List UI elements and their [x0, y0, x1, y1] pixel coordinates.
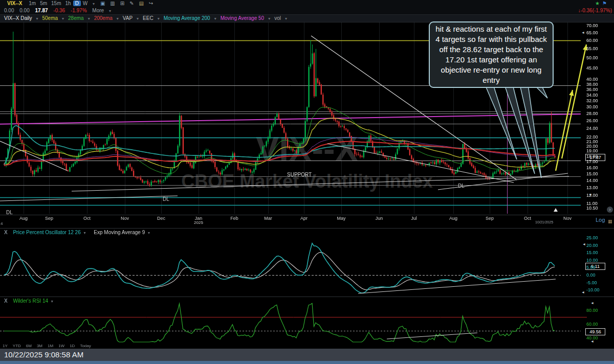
main-tick-16: 16.00	[586, 165, 598, 170]
ppo-close-button[interactable]: X	[4, 230, 12, 235]
month-label-12[interactable]: Aug	[442, 216, 465, 221]
dl-label-1: DL	[458, 183, 465, 189]
range-button-3m[interactable]: 3M	[34, 344, 45, 348]
ppo-tick-10: 10.00	[586, 258, 598, 263]
dl-label-0: DL	[163, 196, 169, 202]
rsi-title[interactable]: Wilder's RSI 14	[13, 298, 48, 304]
rsi-header: X Wilder's RSI 14 ▾	[4, 298, 55, 305]
main-tick-30: 30.00	[586, 104, 598, 109]
last-date-label: 10/21/2025	[535, 220, 553, 224]
rsi-tick-60: 60.00	[586, 322, 598, 327]
main-tick-26: 26.00	[586, 118, 598, 123]
bottom-accent-strip	[0, 361, 614, 364]
log-scale-toggle[interactable]: Log	[596, 217, 605, 223]
main-tick-17: 17.00	[586, 159, 598, 164]
year-label: 2025	[187, 220, 210, 225]
chevron-down-icon[interactable]: ▾	[146, 231, 151, 235]
main-tick-18: 18.00	[586, 154, 598, 159]
calendar-icon[interactable]: ▦	[608, 219, 612, 224]
ppo-tick--10: -10.00	[586, 287, 600, 292]
main-tick-40: 40.00	[586, 77, 598, 82]
status-datetime: 10/22/2025 9:08:58 AM	[0, 350, 83, 359]
main-tick-13: 13.00	[586, 185, 598, 190]
range-button-1w[interactable]: 1W	[56, 344, 67, 348]
status-bar: 10/22/2025 9:08:58 AM	[0, 349, 614, 361]
main-tick-20: 20.00	[586, 144, 598, 149]
main-tick-24: 24.00	[586, 126, 598, 131]
main-tick-32: 32.00	[586, 98, 598, 103]
ppo-tick-5: 5.00	[586, 265, 596, 270]
month-label-0[interactable]: Aug	[12, 216, 35, 221]
month-label-15[interactable]: Nov	[556, 216, 579, 221]
range-button-today[interactable]: Today	[77, 344, 93, 348]
ppo-tick-25: 25.00	[586, 235, 598, 240]
annotation-callout[interactable]: hit & reactions at each of my first 4 ta…	[429, 21, 554, 88]
ppo-header: X Price Percent Oscillator 12 26 ▾ Exp M…	[4, 230, 151, 236]
scroll-right-button[interactable]: ›	[607, 207, 613, 213]
main-tick-10.5: 10.50	[586, 206, 598, 211]
range-button-6m[interactable]: 6M	[24, 344, 34, 348]
rsi-close-button[interactable]: X	[4, 298, 12, 304]
month-label-1[interactable]: Sep	[38, 216, 60, 221]
month-label-7[interactable]: Mar	[257, 216, 279, 221]
month-label-10[interactable]: Jun	[368, 216, 390, 221]
month-label-13[interactable]: Sep	[478, 216, 501, 221]
main-tick-45: 45.00	[586, 65, 598, 71]
main-tick-34: 34.00	[586, 93, 598, 98]
rsi-tick-40: 40.00	[586, 335, 598, 340]
main-tick-65: 65.00	[586, 30, 598, 35]
rsi-tick-80: 80.00	[586, 308, 598, 313]
month-label-2[interactable]: Oct	[76, 216, 98, 221]
ppo-signal-title[interactable]: Exp Moving Average 9	[89, 230, 145, 235]
main-tick-12: 12.00	[586, 193, 598, 198]
main-tick-19: 19.00	[586, 148, 598, 153]
main-tick-14: 14.00	[586, 178, 598, 183]
main-tick-50: 50.00	[586, 55, 598, 60]
ppo-tick-20: 20.00	[586, 243, 598, 248]
main-tick-15: 15.00	[586, 171, 598, 176]
range-button-1m[interactable]: 1M	[45, 344, 56, 348]
month-label-11[interactable]: Jul	[403, 216, 425, 221]
zoom-range-bar: 1YYTD6M3M1M1W1DToday	[0, 344, 614, 349]
range-button-1y[interactable]: 1Y	[0, 344, 10, 348]
month-label-3[interactable]: Nov	[114, 216, 136, 221]
dl-label-2: DL	[6, 210, 13, 215]
range-button-ytd[interactable]: YTD	[10, 344, 24, 348]
ppo-tick--5: -5.00	[586, 280, 597, 285]
ppo-tick-15: 15.00	[586, 250, 598, 255]
main-tick-36: 36.00	[586, 87, 598, 92]
range-button-1d[interactable]: 1D	[67, 344, 77, 348]
month-label-6[interactable]: Feb	[223, 216, 246, 221]
month-label-4[interactable]: Dec	[150, 216, 172, 221]
main-tick-60: 60.00	[586, 38, 598, 43]
ppo-title[interactable]: Price Percent Oscillator 12 26	[13, 230, 80, 235]
chevron-down-icon[interactable]: ▾	[82, 231, 87, 235]
main-tick-38: 38.00	[586, 82, 598, 87]
axis-start-label: 4	[1, 221, 3, 226]
month-label-9[interactable]: May	[330, 216, 353, 221]
ppo-tick-0: 0.00	[586, 272, 596, 278]
chart-app: VIX--X CBOE Market Volatility Index VIX-…	[0, 0, 614, 364]
main-tick-70: 70.00	[586, 23, 598, 28]
main-tick-55: 55.00	[586, 46, 598, 51]
main-tick-28: 28.00	[586, 111, 598, 116]
month-label-8[interactable]: Apr	[293, 216, 315, 221]
support-label: SUPPORT	[287, 172, 312, 177]
chevron-down-icon[interactable]: ▾	[50, 299, 55, 304]
